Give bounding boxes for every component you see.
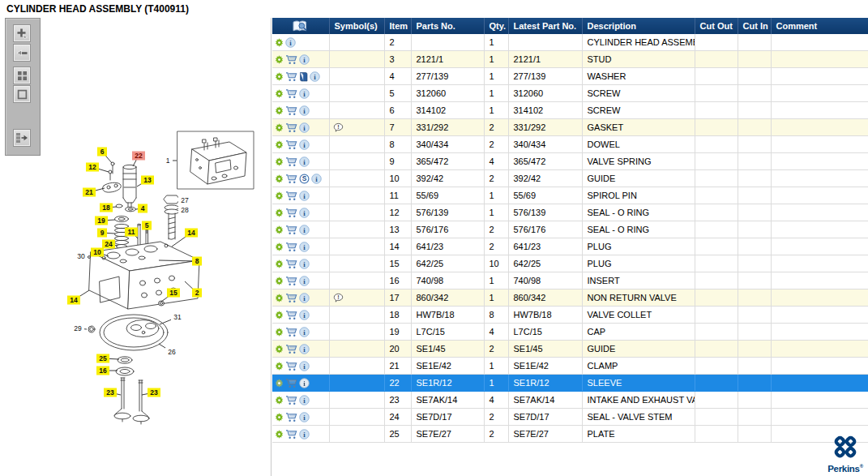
zoom-in-button[interactable] (13, 24, 31, 42)
diagram-label-9[interactable]: 9 (97, 229, 107, 238)
table-row-item-23[interactable]: i23SE7AK/144SE7AK/14INTAKE AND EXHAUST V… (272, 392, 868, 409)
info-icon[interactable]: i (299, 344, 310, 354)
table-row-item-7[interactable]: i!7331/2922331/292GASKET (272, 119, 868, 136)
info-icon[interactable]: i (310, 71, 320, 82)
info-icon[interactable]: i (299, 208, 310, 218)
cart-icon[interactable] (285, 293, 297, 303)
info-icon[interactable]: i (299, 429, 310, 440)
gear-icon[interactable] (275, 242, 284, 251)
table-row-item-22[interactable]: i22SE1R/121SE1R/12SLEEVE (272, 375, 868, 392)
diagram-label-12[interactable]: 12 (86, 163, 99, 172)
diagram-label-22[interactable]: 22 (132, 152, 145, 161)
info-icon[interactable]: i (299, 54, 310, 65)
table-row-item-6[interactable]: i63141021314102SCREW (272, 102, 868, 119)
gear-icon[interactable] (275, 157, 284, 166)
cart-icon[interactable] (285, 54, 297, 65)
table-row-item-4[interactable]: i4277/1391277/139WASHER (272, 68, 868, 85)
cart-icon[interactable] (285, 276, 297, 286)
info-icon[interactable]: i (299, 139, 310, 150)
scircle-icon[interactable]: S (299, 174, 310, 184)
info-icon[interactable]: i (299, 310, 310, 320)
info-icon[interactable]: i (299, 225, 310, 235)
gear-icon[interactable] (275, 311, 284, 319)
cart-icon[interactable] (285, 310, 297, 320)
info-icon[interactable]: i (299, 157, 310, 167)
gear-icon[interactable] (275, 106, 284, 115)
table-row-item-24[interactable]: i24SE7D/172SE7D/17SEAL - VALVE STEM (272, 409, 868, 426)
cart-icon[interactable] (285, 174, 297, 184)
diagram-label-5[interactable]: 5 (142, 221, 152, 230)
info-icon[interactable]: i (299, 395, 310, 405)
table-row-item-9[interactable]: i9365/4724365/472VALVE SPRING (272, 153, 868, 170)
gear-icon[interactable] (275, 362, 284, 371)
info-icon[interactable]: i (299, 122, 310, 133)
diagram-label-10[interactable]: 10 (91, 248, 104, 257)
gear-icon[interactable] (275, 413, 284, 422)
table-row-item-10[interactable]: Si10392/422392/42GUIDE (272, 170, 868, 187)
info-icon[interactable]: i (311, 174, 322, 184)
info-icon[interactable]: i (299, 378, 310, 388)
zoom-out-button[interactable] (13, 44, 31, 62)
cart-icon[interactable] (285, 412, 297, 422)
table-row-item-2[interactable]: i21CYLINDER HEAD ASSEMBLY (272, 34, 868, 51)
cart-icon[interactable] (285, 139, 297, 150)
gear-icon[interactable] (275, 277, 284, 285)
gear-icon[interactable] (275, 174, 284, 183)
gear-icon[interactable] (275, 140, 284, 149)
diagram-label-14[interactable]: 14 (67, 296, 80, 305)
diagram-label-14[interactable]: 14 (185, 229, 198, 238)
cart-icon[interactable] (285, 105, 297, 116)
gear-icon[interactable] (275, 191, 284, 200)
cart-icon[interactable] (285, 191, 297, 201)
gear-icon[interactable] (275, 38, 284, 47)
cart-icon[interactable] (285, 157, 297, 167)
info-icon[interactable]: i (299, 242, 310, 252)
cart-icon[interactable] (285, 242, 297, 252)
info-icon[interactable]: i (299, 191, 310, 201)
info-icon[interactable]: i (285, 37, 296, 48)
diagram-label-13[interactable]: 13 (141, 176, 154, 185)
table-row-item-5[interactable]: i53120601312060SCREW (272, 85, 868, 102)
table-row-item-11[interactable]: i1155/69155/69SPIROL PIN (272, 187, 868, 204)
table-row-item-14[interactable]: i14641/232641/23PLUG (272, 238, 868, 255)
fit-view-button[interactable] (13, 85, 31, 103)
info-icon[interactable]: i (299, 327, 310, 337)
table-row-item-21[interactable]: i21SE1E/421SE1E/42CLAMP (272, 358, 868, 375)
diagram-label-25[interactable]: 25 (96, 354, 109, 363)
gear-icon[interactable] (275, 379, 284, 388)
gear-icon[interactable] (275, 328, 284, 337)
cart-icon[interactable] (285, 361, 297, 371)
diagram-label-8[interactable]: 8 (192, 257, 202, 266)
diagram-label-4[interactable]: 4 (138, 204, 148, 213)
cart-icon[interactable] (285, 122, 297, 133)
cart-icon[interactable] (285, 71, 297, 82)
gear-icon[interactable] (275, 225, 284, 234)
diagram-label-6[interactable]: 6 (97, 148, 107, 157)
table-row-item-8[interactable]: i8340/4342340/434DOWEL (272, 136, 868, 153)
table-row-item-12[interactable]: i12576/1391576/139SEAL - O RING (272, 204, 868, 221)
gear-icon[interactable] (275, 345, 284, 354)
diagram-label-21[interactable]: 21 (83, 188, 96, 197)
info-icon[interactable]: i (299, 361, 310, 371)
table-row-item-16[interactable]: i16740/981740/98INSERT (272, 272, 868, 289)
cart-icon[interactable] (285, 429, 297, 440)
book-icon[interactable] (299, 71, 308, 82)
gear-icon[interactable] (275, 208, 284, 217)
diagram-label-16[interactable]: 16 (96, 367, 109, 375)
table-row-item-3[interactable]: i32121/112121/1STUD (272, 51, 868, 68)
table-row-item-15[interactable]: i15642/2510642/25PLUG (272, 255, 868, 272)
cart-icon[interactable] (285, 395, 297, 405)
gear-icon[interactable] (275, 294, 284, 302)
diagram-label-24[interactable]: 24 (102, 240, 115, 249)
gear-icon[interactable] (275, 396, 284, 405)
info-icon[interactable]: i (299, 105, 310, 116)
table-row-item-18[interactable]: i18HW7B/188HW7B/18VALVE COLLET (272, 307, 868, 324)
diagram-label-18[interactable]: 18 (100, 204, 113, 212)
diagram-label-19[interactable]: 19 (95, 217, 108, 225)
info-icon[interactable]: i (299, 88, 310, 99)
table-row-item-20[interactable]: i20SE1/452SE1/45GUIDE (272, 341, 868, 358)
cart-icon[interactable] (285, 327, 297, 337)
gear-icon[interactable] (275, 55, 284, 64)
cart-icon[interactable] (285, 208, 297, 218)
gear-icon[interactable] (275, 72, 284, 81)
